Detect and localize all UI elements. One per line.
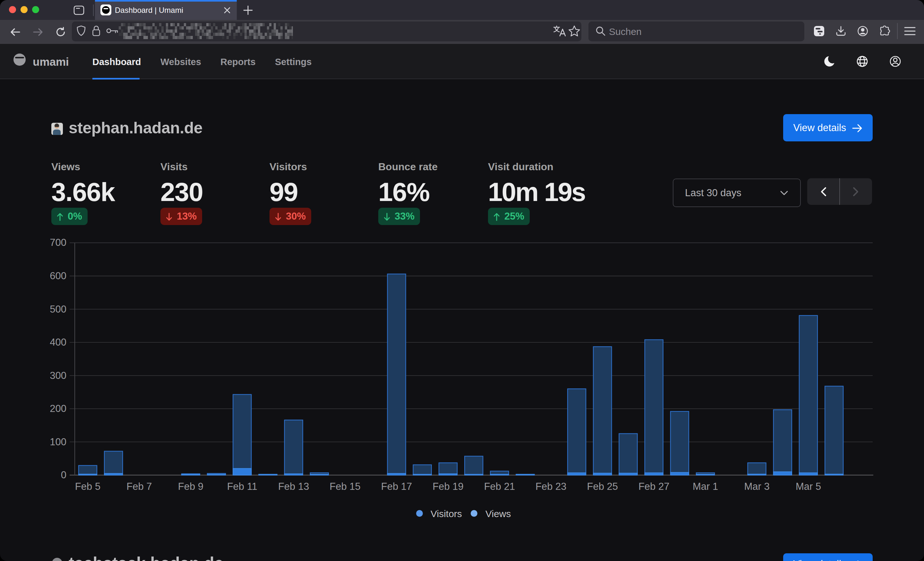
svg-text:Feb 7: Feb 7 [126, 481, 152, 492]
svg-text:Mar 5: Mar 5 [796, 481, 821, 492]
svg-text:Feb 21: Feb 21 [484, 481, 515, 492]
svg-text:Feb 27: Feb 27 [639, 481, 670, 492]
svg-text:Feb 11: Feb 11 [227, 481, 257, 492]
svg-text:300: 300 [50, 370, 66, 381]
svg-text:700: 700 [50, 237, 66, 248]
svg-text:Mar 3: Mar 3 [744, 481, 770, 492]
svg-text:0: 0 [61, 469, 66, 480]
svg-text:Feb 25: Feb 25 [587, 481, 618, 492]
svg-text:Feb 9: Feb 9 [178, 481, 203, 492]
svg-text:600: 600 [50, 270, 66, 281]
svg-text:Mar 1: Mar 1 [693, 481, 718, 492]
svg-text:Feb 15: Feb 15 [330, 481, 361, 492]
svg-text:Feb 23: Feb 23 [536, 481, 567, 492]
svg-text:Feb 17: Feb 17 [381, 481, 412, 492]
svg-text:500: 500 [50, 304, 66, 315]
svg-text:400: 400 [50, 337, 66, 348]
svg-text:Feb 5: Feb 5 [75, 481, 100, 492]
svg-text:200: 200 [50, 403, 66, 414]
svg-text:Feb 19: Feb 19 [432, 481, 464, 492]
svg-text:Feb 13: Feb 13 [278, 481, 309, 492]
svg-text:100: 100 [50, 436, 66, 447]
